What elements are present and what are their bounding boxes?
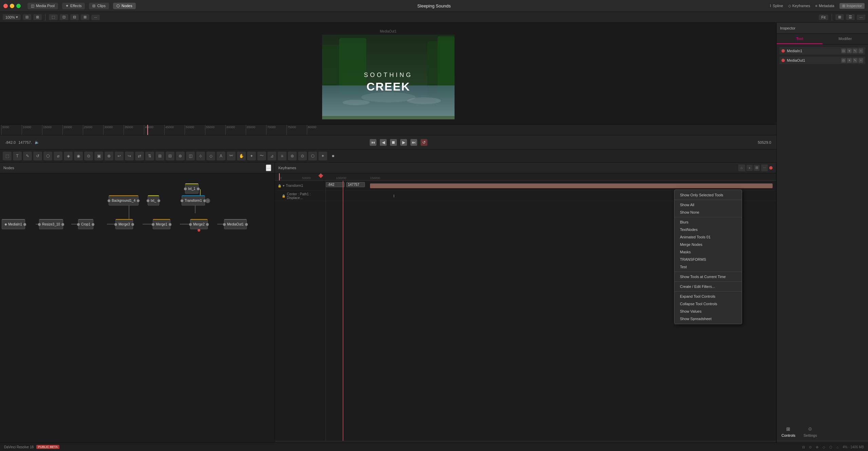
icon-d[interactable]: ⊞ <box>81 14 89 20</box>
ctx-animated[interactable]: Animated Tools 01 <box>675 233 742 241</box>
tool-poly[interactable]: ⬡ <box>43 152 52 160</box>
close-button[interactable] <box>3 4 8 8</box>
mediain1-btn4[interactable]: × <box>858 48 863 53</box>
inspector-item-mediain1[interactable]: MediaIn1 ⊟ ▾ ✎ × <box>779 47 865 55</box>
spline-btn[interactable]: ⌇ Spline <box>770 4 783 8</box>
tool-redo[interactable]: ↪ <box>125 152 134 160</box>
tool-light[interactable]: ⊛ <box>288 152 297 160</box>
tool-render[interactable]: ⊹ <box>196 152 205 160</box>
kf-zoom-fit[interactable]: ⊞ <box>754 165 760 171</box>
icon-a[interactable]: ⬚ <box>49 14 58 20</box>
tool-undo[interactable]: ↩ <box>115 152 124 160</box>
inspector-btn[interactable]: ⊞ Inspector <box>839 3 865 9</box>
stop-btn[interactable]: ⏹ <box>390 139 397 146</box>
more2-btn[interactable]: ··· <box>857 15 865 20</box>
ctx-test[interactable]: Test <box>675 263 742 271</box>
ctx-masks[interactable]: Masks <box>675 248 742 256</box>
ctx-transforms[interactable]: TRANSFORMS <box>675 256 742 263</box>
timeline-playhead[interactable] <box>147 125 148 135</box>
node-transform1[interactable]: Transform1 → <box>182 195 205 205</box>
nav-effects[interactable]: ✦ Effects <box>62 3 85 9</box>
node-merge1[interactable]: Merge1 <box>153 219 170 229</box>
tool-text[interactable]: T <box>13 152 22 160</box>
ctx-textnodes[interactable]: TextNodes <box>675 226 742 233</box>
maximize-button[interactable] <box>16 4 21 8</box>
view-mode-btn[interactable]: ⊟ <box>23 14 31 20</box>
tool-grab[interactable]: ✋ <box>237 152 246 160</box>
tool-keyframe[interactable]: ◇ <box>206 152 215 160</box>
nav-media-pool[interactable]: ◫ Media Pool <box>27 3 58 9</box>
layout-btn[interactable]: ☰ <box>846 14 855 20</box>
tool-eye[interactable]: ◉ <box>74 152 83 160</box>
tool-dark[interactable]: ■ <box>329 152 337 160</box>
nav-clips[interactable]: ⊟ Clips <box>89 3 109 9</box>
mediaout1-btn1[interactable]: ⊟ <box>841 58 846 63</box>
ctx-show-all[interactable]: Show All <box>675 201 742 209</box>
node-mediain1[interactable]: MediaIn1 <box>2 219 25 229</box>
tool-brush[interactable]: ⌀ <box>54 152 62 160</box>
keyframes-btn[interactable]: ◇ Keyframes <box>788 4 810 8</box>
tool-magic[interactable]: ✦ <box>247 152 256 160</box>
ctx-merge-nodes[interactable]: Merge Nodes <box>675 241 742 248</box>
ctx-show-spreadsheet[interactable]: Show Spreadsheet <box>675 315 742 322</box>
minimize-button[interactable] <box>10 4 14 8</box>
node-merge2[interactable]: Merge2 <box>190 219 208 229</box>
mediaout1-btn4[interactable]: × <box>858 58 863 63</box>
inspector-item-mediaout1[interactable]: MediaOut1 ⊟ ▾ ✎ × <box>779 57 865 64</box>
ctx-show-tools-time[interactable]: Show Tools at Current Time <box>675 273 742 280</box>
tool-center[interactable]: ⊞ <box>155 152 164 160</box>
fit-view-btn[interactable]: Fit <box>819 15 828 20</box>
tool-flipv[interactable]: ⇅ <box>145 152 154 160</box>
tool-align[interactable]: ⊟ <box>166 152 174 160</box>
node-txt1[interactable]: txt_1 <box>185 183 199 194</box>
go-to-end-btn[interactable]: ⏭ <box>410 139 417 146</box>
tool-flip[interactable]: ⇄ <box>135 152 144 160</box>
inspector-settings-icon[interactable]: ⚙ Settings <box>801 426 820 438</box>
tool-merge[interactable]: ⊛ <box>176 152 185 160</box>
tool-p2[interactable]: ⊕ <box>105 152 113 160</box>
inspector-tool-tab[interactable]: Tool <box>777 34 823 44</box>
mediaout1-btn3[interactable]: ✎ <box>853 58 857 63</box>
tool-misc[interactable]: ⬡ <box>308 152 317 160</box>
tool-3d[interactable]: ⊿ <box>267 152 276 160</box>
mediaout1-btn2[interactable]: ▾ <box>847 58 852 63</box>
node-merge3[interactable]: Merge3 <box>115 219 133 229</box>
grid-btn[interactable]: ⊞ <box>835 14 844 20</box>
play-btn[interactable]: ▶ <box>400 139 407 146</box>
fit-btn[interactable]: ⊞ <box>33 14 42 20</box>
ctx-show-none[interactable]: Show None <box>675 209 742 216</box>
loop-btn[interactable]: ↺ <box>421 139 427 146</box>
tool-type[interactable]: A <box>217 152 225 160</box>
node-background4[interactable]: Background1_4 <box>109 195 138 205</box>
nodes-menu-btn[interactable]: ··· <box>266 164 271 171</box>
ctx-blurs[interactable]: Blurs <box>675 218 742 226</box>
kf-value-left[interactable] <box>326 182 345 187</box>
mediain1-btn1[interactable]: ⊟ <box>841 48 846 53</box>
node-resize3[interactable]: Resize3_10 <box>39 219 63 229</box>
mediain1-btn2[interactable]: ▾ <box>847 48 852 53</box>
tool-p1[interactable]: ▣ <box>94 152 103 160</box>
kf-zoom-in[interactable]: + <box>746 165 753 171</box>
node-mediaout1[interactable]: MediaOut1 <box>224 219 247 229</box>
go-to-start-btn[interactable]: ⏮ <box>370 139 376 146</box>
more-btn[interactable]: ··· <box>91 15 100 20</box>
tool-mask[interactable]: ◫ <box>186 152 195 160</box>
tool-pen[interactable]: ✎ <box>23 152 32 160</box>
tool-rect[interactable]: ⬚ <box>3 152 12 160</box>
inspector-modifier-tab[interactable]: Modifier <box>823 34 868 44</box>
inspector-controls-icon[interactable]: ⊞ Controls <box>779 426 798 438</box>
kf-menu-btn[interactable]: ··· <box>761 164 768 171</box>
kf-home-btn[interactable]: ⌂ <box>738 164 745 171</box>
ctx-show-values[interactable]: Show Values <box>675 308 742 315</box>
tool-bezier[interactable]: ⌤ <box>227 152 236 160</box>
tool-particle[interactable]: ✦ <box>318 152 327 160</box>
step-back-btn[interactable]: ◀ <box>380 139 387 146</box>
ctx-expand-tool[interactable]: Expand Tool Controls <box>675 293 742 300</box>
metadata-btn[interactable]: ≡ Metadata <box>815 4 834 8</box>
node-txt2[interactable]: txt_ <box>148 195 159 205</box>
tool-wave[interactable]: 〜 <box>257 152 266 160</box>
kf-value-right[interactable] <box>346 182 365 187</box>
tool-eye2[interactable]: ⊙ <box>84 152 93 160</box>
tool-layer[interactable]: ≡ <box>278 152 287 160</box>
icon-c[interactable]: ⊟ <box>70 14 79 20</box>
